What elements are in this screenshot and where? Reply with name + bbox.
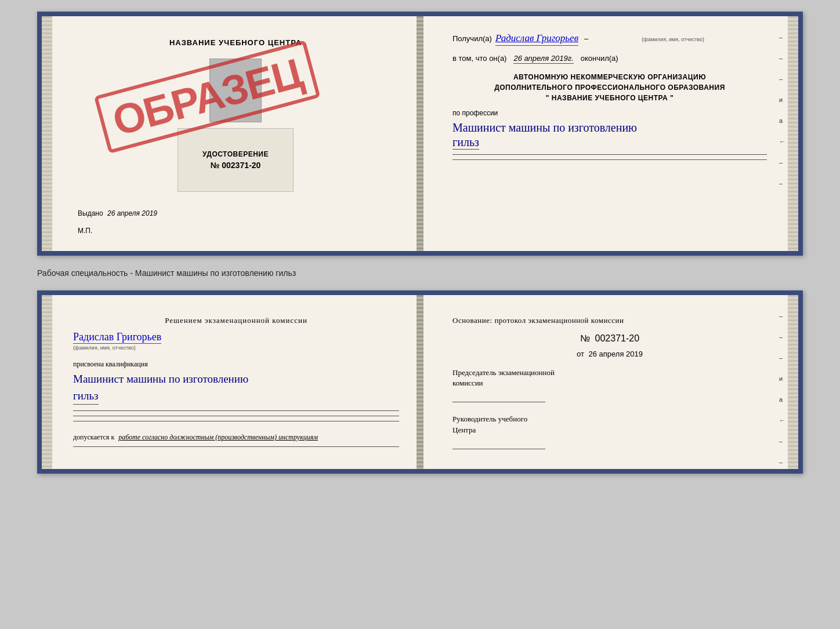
dash: – <box>584 34 588 43</box>
separator-2 <box>452 159 767 160</box>
predsedatel-line1: Председатель экзаменационной <box>452 368 767 378</box>
org-name: НАЗВАНИЕ УЧЕБНОГО ЦЕНТРА <box>552 94 668 102</box>
poluchil-line: Получил(а) Радислав Григорьев – (фамилия… <box>452 32 767 46</box>
name-handwritten-2: Радислав Григорьев <box>73 331 161 344</box>
po-professii: по профессии <box>452 109 767 117</box>
osnovanie-title: Основание: протокол экзаменационной коми… <box>452 316 767 325</box>
b-mark-6: ← <box>779 417 785 424</box>
rukovoditel-line2: Центра <box>452 425 767 435</box>
top-doc-left: НАЗВАНИЕ УЧЕБНОГО ЦЕНТРА ОБРАЗЕЦ УДОСТОВ… <box>42 16 417 251</box>
mark-8: – <box>779 180 785 187</box>
profession-line1-top: Машинист машины по изготовлению <box>452 119 767 136</box>
org-line2: ДОПОЛНИТЕЛЬНОГО ПРОФЕССИОНАЛЬНОГО ОБРАЗО… <box>452 82 767 93</box>
resheniem-block: Решением экзаменационной комиссии <box>73 316 399 325</box>
predsedatel-sign-line <box>452 392 545 402</box>
right-side-marks-bottom: – – – и а ← – – <box>779 312 785 466</box>
b-mark-7: – <box>779 438 785 445</box>
b-mark-1: – <box>779 312 785 319</box>
b-mark-8: – <box>779 459 785 466</box>
mark-7: – <box>779 159 785 166</box>
dopuskaetsya-block: допускается к работе согласно должностны… <box>73 433 399 442</box>
mp-label: М.П. <box>72 227 92 235</box>
bottom-divider <box>417 295 423 469</box>
prisvoena-line: присвоена квалификация <box>73 360 399 369</box>
top-right-content: Получил(а) Радислав Григорьев – (фамилия… <box>441 32 781 160</box>
bottom-sep-4 <box>73 446 399 447</box>
profession-hw2-line1: Машинист машины по изготовлению <box>73 371 399 388</box>
b-mark-2: – <box>779 333 785 340</box>
between-docs-label: Рабочая специальность - Машинист машины … <box>37 266 803 280</box>
rukovoditel-block: Руководитель учебного Центра <box>452 414 767 449</box>
profession-line2-top: гильз <box>452 136 479 150</box>
org-line1: АВТОНОМНУЮ НЕКОММЕРЧЕСКУЮ ОРГАНИЗАЦИЮ <box>452 72 767 82</box>
vtom-line: в том, что он(а) 26 апреля 2019г. окончи… <box>452 54 767 64</box>
protocol-prefix: № <box>580 333 590 343</box>
cert-block: УДОСТОВЕРЕНИЕ № 002371-20 <box>178 128 294 192</box>
separator-1 <box>452 154 767 155</box>
bottom-sep-2 <box>73 416 399 416</box>
top-left-content: НАЗВАНИЕ УЧЕБНОГО ЦЕНТРА ОБРАЗЕЦ УДОСТОВ… <box>59 32 399 235</box>
fio-label-top: (фамилия, имя, отчество) <box>642 37 704 42</box>
org-block: АВТОНОМНУЮ НЕКОММЕРЧЕСКУЮ ОРГАНИЗАЦИЮ ДО… <box>452 72 767 103</box>
profession-hw2-line2: гильз <box>73 388 99 405</box>
doc-divider-center <box>417 16 423 251</box>
vydano-line: Выдано 26 апреля 2019 <box>72 209 157 217</box>
top-doc-right: Получил(а) Радислав Григорьев – (фамилия… <box>423 16 798 251</box>
mark-3: – <box>779 75 785 82</box>
org-name-quoted: " НАЗВАНИЕ УЧЕБНОГО ЦЕНТРА " <box>452 93 767 103</box>
protocol-number: № 002371-20 <box>452 333 767 344</box>
predsedatel-block: Председатель экзаменационной комиссии <box>452 368 767 402</box>
bottom-document: Решением экзаменационной комиссии Радисл… <box>37 290 803 474</box>
poluchil-name: Радислав Григорьев <box>495 32 578 46</box>
bottom-sep-3 <box>73 421 399 421</box>
fio-label-bottom: (фамилия, имя, отчество) <box>73 345 136 351</box>
name-block-bottom: Радислав Григорьев (фамилия, имя, отчест… <box>73 331 399 355</box>
ot-date-val: 26 апреля 2019 <box>589 350 643 358</box>
mark-6: ← <box>779 138 785 145</box>
b-mark-5: а <box>779 396 785 403</box>
okonchil: окончил(а) <box>581 54 618 63</box>
cert-title: УДОСТОВЕРЕНИЕ <box>202 150 269 158</box>
bottom-doc-left: Решением экзаменационной комиссии Радисл… <box>42 295 417 469</box>
predsedatel-line2: комиссии <box>452 378 767 388</box>
rukovoditel-sign-line <box>452 439 545 449</box>
mark-2: – <box>779 54 785 61</box>
ot-date: от 26 апреля 2019 <box>452 350 767 358</box>
org-quote-open: " <box>546 94 549 102</box>
top-document: НАЗВАНИЕ УЧЕБНОГО ЦЕНТРА ОБРАЗЕЦ УДОСТОВ… <box>37 12 803 256</box>
bottom-sep-1 <box>73 410 399 411</box>
between-label: Рабочая специальность - Машинист машины … <box>37 268 296 278</box>
protocol-num: 002371-20 <box>595 333 640 343</box>
vtom-date: 26 апреля 2019г. <box>513 54 573 64</box>
dopusk-text: работе согласно должностным (производств… <box>118 433 318 441</box>
bottom-right-content: Основание: протокол экзаменационной коми… <box>441 316 781 449</box>
vydano-date: 26 апреля 2019 <box>107 209 157 217</box>
mark-1: – <box>779 34 785 41</box>
b-mark-3: – <box>779 354 785 361</box>
right-side-marks: – – – и а ← – – <box>779 34 785 187</box>
mark-5: а <box>779 117 785 124</box>
mark-4: и <box>779 96 785 103</box>
rukovoditel-line1: Руководитель учебного <box>452 414 767 424</box>
vydano-label: Выдано <box>78 209 103 217</box>
bottom-left-content: Решением экзаменационной комиссии Радисл… <box>59 316 399 447</box>
org-quote-close: " <box>670 94 674 102</box>
ot-prefix: от <box>577 350 584 358</box>
dopuskaetsya-prefix: допускается к <box>73 433 114 441</box>
cert-number: № 002371-20 <box>211 161 260 170</box>
b-mark-4: и <box>779 375 785 382</box>
vtom-prefix: в том, что он(а) <box>452 54 506 63</box>
poluchil-prefix: Получил(а) <box>452 34 492 43</box>
bottom-doc-right: Основание: протокол экзаменационной коми… <box>423 295 798 469</box>
